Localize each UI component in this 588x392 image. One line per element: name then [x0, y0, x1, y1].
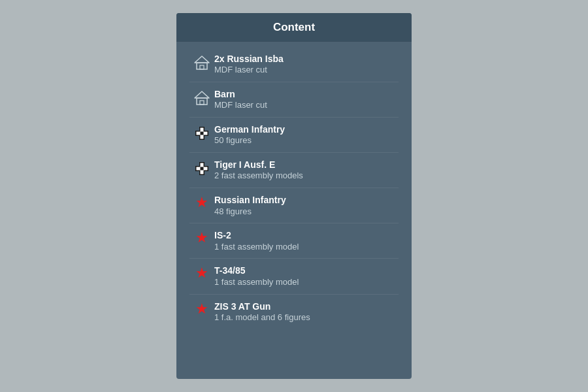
item-title: Barn: [214, 88, 399, 100]
item-icon-area: ★: [189, 302, 214, 316]
item-title: German Infantry: [214, 123, 399, 135]
item-subtitle: 1 f.a. model and 6 figures: [214, 312, 399, 323]
list-item: Barn MDF laser cut: [189, 82, 399, 118]
item-subtitle: MDF laser cut: [214, 65, 399, 76]
item-title: IS-2: [214, 229, 399, 241]
svg-rect-1: [197, 63, 207, 69]
list-item: ★ ZIS 3 AT Gun 1 f.a. model and 6 figure…: [189, 295, 399, 329]
content-card: Content 2x Russian Isba MDF laser cut: [176, 13, 412, 379]
item-title: 2x Russian Isba: [214, 53, 399, 65]
item-subtitle: MDF laser cut: [214, 100, 399, 111]
item-icon-area: ★: [189, 231, 214, 245]
item-title: Tiger I Ausf. E: [214, 159, 399, 171]
item-text-area: Russian Infantry 48 figures: [214, 194, 399, 217]
svg-rect-15: [201, 167, 204, 171]
item-icon-area: [189, 160, 214, 180]
item-subtitle: 1 fast assembly model: [214, 277, 399, 288]
item-icon-area: [189, 90, 214, 109]
item-text-area: IS-2 1 fast assembly model: [214, 229, 399, 252]
red-star-icon: ★: [195, 231, 208, 245]
item-title: ZIS 3 AT Gun: [214, 301, 399, 312]
house-icon: [193, 54, 210, 74]
item-icon-area: ★: [189, 195, 214, 210]
iron-cross-icon: [193, 160, 210, 180]
svg-rect-10: [201, 132, 204, 135]
list-item: 2x Russian Isba MDF laser cut: [189, 47, 399, 82]
iron-cross-icon: [193, 125, 210, 144]
red-star-icon: ★: [195, 302, 208, 316]
card-header: Content: [176, 13, 412, 42]
item-subtitle: 2 fast assembly models: [214, 171, 399, 182]
item-text-area: ZIS 3 AT Gun 1 f.a. model and 6 figures: [214, 301, 399, 323]
item-subtitle: 50 figures: [214, 135, 399, 146]
header-title: Content: [273, 21, 315, 33]
red-star-icon: ★: [195, 266, 208, 280]
red-star-icon: ★: [195, 195, 208, 210]
svg-rect-5: [200, 101, 204, 105]
item-icon-area: ★: [189, 266, 214, 280]
item-text-area: T-34/85 1 fast assembly model: [214, 265, 399, 287]
list-item: ★ IS-2 1 fast assembly model: [189, 223, 399, 259]
item-subtitle: 1 fast assembly model: [214, 242, 399, 253]
list-item: ★ Russian Infantry 48 figures: [189, 188, 399, 223]
card-body: 2x Russian Isba MDF laser cut Barn MDF l…: [176, 42, 412, 340]
house-icon: [193, 90, 210, 109]
svg-rect-4: [197, 98, 207, 105]
svg-rect-2: [200, 65, 204, 69]
list-item: Tiger I Ausf. E 2 fast assembly models: [189, 153, 399, 188]
item-text-area: German Infantry 50 figures: [214, 123, 399, 146]
item-icon-area: [189, 54, 214, 74]
svg-marker-3: [195, 91, 209, 98]
svg-marker-0: [195, 56, 209, 63]
item-title: T-34/85: [214, 265, 399, 276]
item-text-area: Tiger I Ausf. E 2 fast assembly models: [214, 159, 399, 182]
item-text-area: 2x Russian Isba MDF laser cut: [214, 53, 399, 76]
item-text-area: Barn MDF laser cut: [214, 88, 399, 111]
list-item: German Infantry 50 figures: [189, 118, 399, 153]
item-icon-area: [189, 125, 214, 144]
item-title: Russian Infantry: [214, 194, 399, 206]
item-subtitle: 48 figures: [214, 206, 399, 218]
list-item: ★ T-34/85 1 fast assembly model: [189, 259, 399, 294]
